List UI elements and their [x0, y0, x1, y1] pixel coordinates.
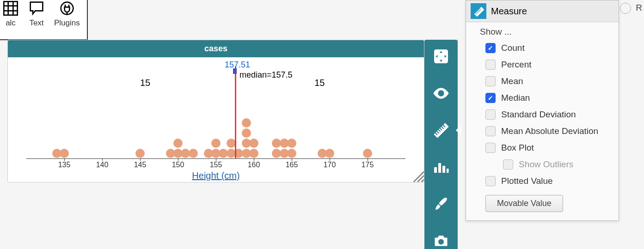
speech-icon [28, 0, 45, 17]
measure-panel: Measure Show ... CountPercentMeanMedianS… [466, 0, 619, 221]
svg-line-8 [421, 179, 424, 182]
median-text: median=157.5 [239, 70, 293, 80]
grid-icon [2, 0, 19, 17]
checkbox-icon[interactable] [485, 176, 496, 186]
checkbox-label: Standard Deviation [501, 109, 576, 120]
checkbox-icon[interactable] [485, 76, 496, 86]
side-tool-format[interactable] [431, 194, 451, 214]
side-tool-rescale[interactable] [431, 46, 451, 67]
checkbox-icon [503, 159, 513, 170]
tick-label: 160 [248, 161, 260, 169]
checkbox-mean[interactable]: Mean [466, 73, 619, 90]
checkbox-icon[interactable] [485, 143, 496, 153]
svg-rect-18 [434, 167, 437, 173]
data-point[interactable] [249, 139, 258, 148]
checkbox-label: Count [501, 43, 525, 53]
svg-point-10 [438, 90, 444, 96]
graph-side-toolbar [424, 40, 458, 249]
svg-rect-23 [474, 7, 484, 17]
checkbox-outliers: Show Outliers [466, 156, 619, 173]
checkbox-icon[interactable] [485, 43, 496, 53]
checkbox-label: Plotted Value [501, 176, 553, 186]
data-point[interactable] [287, 139, 296, 148]
tick-label: 170 [324, 161, 336, 169]
tick-label: 155 [210, 161, 222, 169]
data-point[interactable] [135, 149, 145, 158]
checkbox-plotted[interactable]: Plotted Value [466, 173, 619, 189]
tool-text[interactable]: Text [28, 0, 45, 32]
checkbox-boxplot[interactable]: Box Plot [466, 140, 619, 156]
chart-window: cases Height (cm) 1351401451501551601651… [7, 40, 424, 182]
plug-icon [59, 0, 75, 17]
side-tool-hide-show[interactable] [431, 83, 451, 103]
x-axis [26, 158, 405, 159]
checkbox-icon[interactable] [485, 109, 496, 120]
checkbox-percent[interactable]: Percent [466, 56, 619, 73]
median-line[interactable] [235, 67, 236, 159]
side-tool-plot-type[interactable] [431, 157, 451, 177]
checkbox-label: Mean [501, 76, 523, 86]
truncated-toolbar-right: R [618, 0, 644, 17]
svg-point-22 [438, 239, 444, 245]
svg-rect-0 [4, 1, 17, 15]
median-value-label: 157.51 [225, 60, 250, 70]
svg-rect-21 [447, 169, 449, 173]
checkbox-icon[interactable] [485, 126, 496, 136]
checkbox-median[interactable]: Median [466, 90, 619, 106]
data-point[interactable] [227, 139, 236, 148]
side-tool-measure[interactable] [431, 120, 451, 140]
show-label: Show ... [466, 22, 619, 40]
tick-label: 175 [362, 161, 374, 169]
chart-title[interactable]: cases [8, 40, 424, 57]
checkbox-icon[interactable] [485, 93, 496, 103]
count-left: 15 [140, 78, 150, 88]
count-right: 15 [314, 78, 325, 88]
data-point[interactable] [249, 149, 258, 158]
tick-label: 150 [172, 161, 184, 169]
checkbox-label: Percent [501, 60, 531, 70]
tool-text-label: Text [29, 18, 43, 28]
checkbox-label: Box Plot [501, 143, 534, 153]
plot-area[interactable]: Height (cm) 1351401451501551601651701751… [8, 57, 424, 182]
tool-plugins[interactable]: Plugins [54, 0, 80, 32]
svg-rect-20 [442, 166, 445, 173]
checkbox-icon[interactable] [485, 60, 496, 70]
data-point[interactable] [189, 149, 198, 158]
tick-label: 165 [286, 161, 298, 169]
movable-value-button[interactable]: Movable Value [485, 195, 563, 212]
checkbox-stddev[interactable]: Standard Deviation [466, 106, 619, 123]
tick-label: 140 [96, 161, 109, 169]
resize-handle[interactable] [411, 169, 424, 182]
tool-calc[interactable]: alc [2, 0, 19, 32]
data-point[interactable] [60, 149, 69, 158]
data-point[interactable] [242, 128, 251, 138]
tick-label: 145 [134, 161, 147, 169]
tick-label: 135 [58, 161, 71, 169]
checkbox-count[interactable]: Count [466, 40, 619, 56]
svg-rect-11 [434, 123, 448, 138]
data-point[interactable] [363, 149, 372, 158]
data-point[interactable] [173, 139, 183, 148]
data-point[interactable] [211, 139, 221, 148]
data-point[interactable] [242, 118, 251, 128]
axis-label[interactable]: Height (cm) [192, 170, 239, 181]
data-point[interactable] [287, 149, 296, 158]
svg-rect-19 [438, 163, 441, 173]
data-point[interactable] [325, 149, 334, 158]
tool-plugins-label: Plugins [54, 18, 80, 28]
measure-panel-header: Measure [466, 0, 619, 22]
checkbox-label: Median [501, 93, 530, 103]
top-toolbar: alc Text Plugins [0, 0, 88, 40]
checkbox-mad[interactable]: Mean Absolute Deviation [466, 123, 619, 140]
checkbox-label: Mean Absolute Deviation [501, 126, 598, 136]
measure-panel-title: Measure [491, 6, 527, 17]
tool-calc-label: alc [6, 18, 16, 28]
checkbox-label: Show Outliers [519, 159, 573, 170]
side-tool-snapshot[interactable] [431, 231, 451, 249]
ruler-icon [471, 3, 486, 19]
